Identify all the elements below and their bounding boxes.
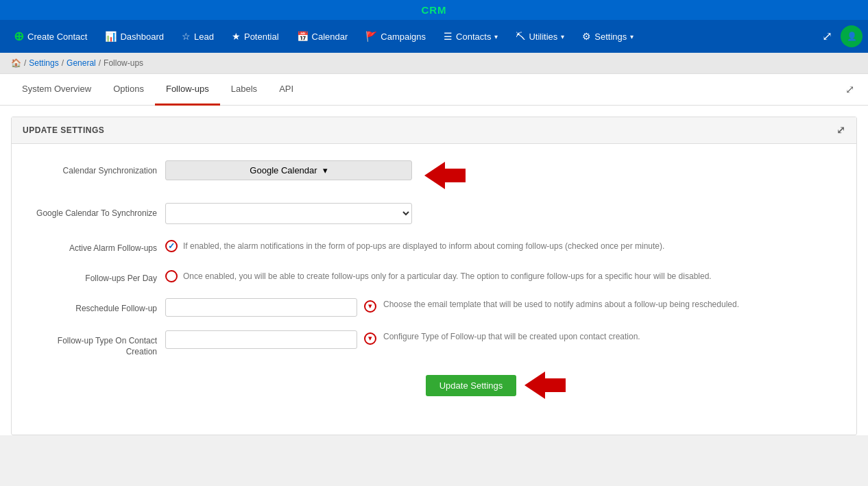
nav-lead[interactable]: ☆ Lead (173, 24, 222, 49)
google-calendar-label: Google Calendar To Synchronize (34, 203, 157, 219)
nav-utilities[interactable]: ⛏ Utilities ▾ (507, 24, 572, 49)
campaigns-icon: 🚩 (365, 31, 377, 42)
red-arrow-calendar (424, 162, 466, 189)
tab-labels[interactable]: Labels (220, 74, 268, 106)
active-alarm-checkbox-wrap: If enabled, the alarm notifications in t… (165, 240, 664, 252)
tabs-list: System Overview Options Follow-ups Label… (11, 74, 304, 105)
navbar: ⊕ Create Contact 📊 Dashboard ☆ Lead ★ Po… (0, 20, 868, 53)
active-alarm-desc: If enabled, the alarm notifications in t… (183, 240, 664, 252)
contacts-caret: ▾ (494, 33, 498, 40)
dashboard-icon: 📊 (105, 31, 117, 42)
breadcrumb-general[interactable]: General (67, 58, 96, 68)
followup-type-label: Follow-up Type On Contact Creation (34, 330, 157, 359)
update-button-row: Update Settings (34, 372, 834, 399)
calendar-sync-row: Calendar Synchronization Google Calendar… (34, 160, 834, 189)
reschedule-row: Reschedule Follow-up #106 Modulesgarden … (34, 298, 834, 317)
breadcrumb-settings[interactable]: Settings (29, 58, 58, 68)
active-alarm-row: Active Alarm Follow-ups If enabled, the … (34, 238, 834, 254)
followup-type-input[interactable]: Meeting (165, 330, 357, 349)
create-contact-button[interactable]: ⊕ Create Contact (5, 25, 95, 48)
update-settings-button[interactable]: Update Settings (426, 375, 517, 396)
reschedule-controls: #106 Modulesgarden CRM - webform templa … (165, 298, 834, 317)
card-title: UPDATE SETTINGS (23, 125, 104, 135)
followups-per-day-checkbox[interactable] (165, 270, 178, 282)
calendar-icon: 📅 (297, 31, 309, 42)
star-icon: ☆ (182, 31, 191, 42)
nav-right: ⤢ 👤 (817, 25, 863, 47)
reschedule-desc: Choose the email template that will be u… (383, 298, 739, 311)
settings-icon: ⚙ (582, 31, 591, 42)
user-avatar[interactable]: 👤 (841, 25, 863, 47)
svg-marker-0 (424, 162, 466, 189)
active-alarm-controls: If enabled, the alarm notifications in t… (165, 238, 834, 252)
home-icon[interactable]: 🏠 (11, 58, 21, 68)
tab-api[interactable]: API (268, 74, 304, 106)
reschedule-label: Reschedule Follow-up (34, 298, 157, 315)
utilities-caret: ▾ (561, 33, 564, 40)
tabs-expand-icon[interactable]: ⤢ (843, 80, 857, 99)
followup-type-info-icon: ▾ (364, 332, 376, 345)
calendar-sync-label: Calendar Synchronization (34, 160, 157, 177)
followup-type-desc: Configure Type of Follow-up that will be… (383, 330, 640, 343)
expand-icon[interactable]: ⤢ (817, 26, 838, 47)
active-alarm-label: Active Alarm Follow-ups (34, 238, 157, 254)
followup-type-row: Follow-up Type On Contact Creation Meeti… (34, 330, 834, 359)
svg-marker-1 (525, 372, 566, 399)
google-calendar-select[interactable] (165, 203, 412, 224)
nav-potential[interactable]: ★ Potential (224, 24, 287, 49)
followup-type-controls: Meeting ▾ Configure Type of Follow-up th… (165, 330, 834, 349)
app-title: CRM (421, 4, 446, 16)
plus-icon: ⊕ (14, 29, 24, 44)
main-content: System Overview Options Follow-ups Label… (0, 74, 868, 435)
nav-campaigns[interactable]: 🚩 Campaigns (357, 24, 434, 49)
reschedule-info-icon: ▾ (364, 300, 376, 313)
nav-contacts[interactable]: ☰ Contacts ▾ (435, 24, 506, 49)
calendar-sync-dropdown[interactable]: Google Calendar ▾ (165, 160, 412, 180)
potential-icon: ★ (232, 31, 241, 42)
breadcrumb: 🏠 / Settings / General / Follow-ups (0, 53, 868, 74)
app-header: CRM (0, 0, 868, 20)
nav-settings[interactable]: ⚙ Settings ▾ (574, 24, 642, 49)
google-calendar-controls (165, 203, 834, 224)
reschedule-input[interactable]: #106 Modulesgarden CRM - webform templa (165, 298, 357, 317)
calendar-sync-controls: Google Calendar ▾ (165, 160, 834, 189)
tabs-bar: System Overview Options Follow-ups Label… (0, 74, 868, 106)
active-alarm-checkbox[interactable] (165, 240, 178, 252)
tab-followups[interactable]: Follow-ups (155, 74, 220, 106)
followups-per-day-label: Follow-ups Per Day (34, 268, 157, 284)
settings-caret: ▾ (630, 33, 634, 40)
tab-options[interactable]: Options (102, 74, 155, 106)
create-contact-label: Create Contact (27, 32, 87, 42)
card-collapse-icon[interactable]: ⤢ (836, 124, 846, 136)
update-settings-card: UPDATE SETTINGS ⤢ Calendar Synchronizati… (11, 117, 857, 435)
followups-per-day-row: Follow-ups Per Day Once enabled, you wil… (34, 268, 834, 284)
followups-per-day-controls: Once enabled, you will be able to create… (165, 268, 834, 282)
tab-system-overview[interactable]: System Overview (11, 74, 102, 106)
red-arrow-update (525, 372, 566, 399)
card-header: UPDATE SETTINGS ⤢ (12, 117, 856, 144)
nav-calendar[interactable]: 📅 Calendar (289, 24, 357, 49)
utilities-icon: ⛏ (516, 31, 525, 42)
followups-per-day-checkbox-wrap: Once enabled, you will be able to create… (165, 270, 712, 282)
contacts-icon: ☰ (444, 31, 453, 42)
dropdown-caret: ▾ (323, 165, 328, 175)
nav-dashboard[interactable]: 📊 Dashboard (97, 24, 172, 49)
card-body: Calendar Synchronization Google Calendar… (12, 144, 856, 435)
followups-per-day-desc: Once enabled, you will be able to create… (183, 270, 712, 282)
calendar-sync-value: Google Calendar (250, 165, 317, 175)
google-calendar-row: Google Calendar To Synchronize (34, 203, 834, 224)
breadcrumb-current: Follow-ups (104, 58, 143, 68)
